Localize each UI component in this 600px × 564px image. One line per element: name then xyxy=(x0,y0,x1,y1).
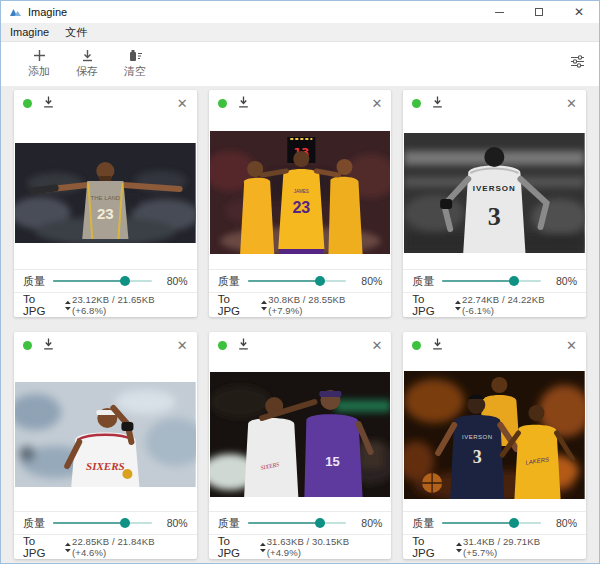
size-stats: 22.74KB / 24.22KB (-6.1%) xyxy=(462,294,577,316)
image-card-6: ✕ xyxy=(403,332,586,559)
card-grid: ✕ xyxy=(1,86,599,563)
format-select[interactable]: To JPG xyxy=(218,293,269,317)
clear-button[interactable]: 清空 xyxy=(111,47,159,79)
card-download-icon[interactable] xyxy=(43,336,54,354)
card-close-icon[interactable]: ✕ xyxy=(177,339,188,352)
slider-thumb[interactable] xyxy=(509,276,519,286)
quality-label: 质量 xyxy=(218,516,240,531)
photo-iverson-carter: SIXERS 15 xyxy=(210,372,391,497)
image-preview: IVERSON 3 LAKERS xyxy=(403,358,586,511)
clear-label: 清空 xyxy=(124,64,146,79)
card-header: ✕ xyxy=(14,332,197,358)
card-download-icon[interactable] xyxy=(238,336,249,354)
download-icon xyxy=(81,47,94,62)
card-close-icon[interactable]: ✕ xyxy=(371,339,382,352)
add-label: 添加 xyxy=(28,64,50,79)
settings-button[interactable] xyxy=(570,54,585,72)
format-select[interactable]: To JPG xyxy=(412,293,462,317)
card-footer: To JPG 31.4KB / 29.71KB (+5.7%) xyxy=(403,534,586,559)
quality-slider[interactable] xyxy=(442,275,541,287)
slider-thumb[interactable] xyxy=(315,276,325,286)
size-stats: 23.12KB / 21.65KB (+6.8%) xyxy=(72,294,188,316)
quality-slider[interactable] xyxy=(442,517,541,529)
card-footer: To JPG 23.12KB / 21.65KB (+6.8%) xyxy=(14,292,197,317)
maximize-button[interactable] xyxy=(519,1,559,23)
slider-thumb[interactable] xyxy=(120,518,130,528)
svg-text:JAMES: JAMES xyxy=(293,189,308,194)
quality-label: 质量 xyxy=(412,274,434,289)
quality-slider[interactable] xyxy=(53,275,152,287)
status-dot xyxy=(218,341,227,350)
card-header: ✕ xyxy=(209,332,392,358)
artwork-iverson-kobe: IVERSON 3 LAKERS xyxy=(404,371,585,499)
quality-row: 质量 80% xyxy=(209,511,392,534)
image-card-4: ✕ xyxy=(14,332,197,559)
card-close-icon[interactable]: ✕ xyxy=(177,97,188,110)
minimize-button[interactable] xyxy=(479,1,519,23)
plus-icon xyxy=(33,47,46,62)
updown-arrows-icon xyxy=(259,542,267,553)
svg-text:23: 23 xyxy=(97,205,114,222)
card-close-icon[interactable]: ✕ xyxy=(566,97,577,110)
quality-slider[interactable] xyxy=(248,275,347,287)
card-footer: To JPG 30.8KB / 28.55KB (+7.9%) xyxy=(209,292,392,317)
menu-imagine[interactable]: Imagine xyxy=(10,26,49,38)
format-select[interactable]: To JPG xyxy=(23,293,72,317)
svg-text:IVERSON: IVERSON xyxy=(473,184,516,193)
svg-text:IVERSON: IVERSON xyxy=(462,434,493,440)
svg-text:3: 3 xyxy=(488,202,501,231)
svg-text:23: 23 xyxy=(292,198,310,216)
quality-label: 质量 xyxy=(23,274,45,289)
image-preview: SIXERS 15 xyxy=(209,358,392,511)
updown-arrows-icon xyxy=(454,300,462,311)
window-controls: ✕ xyxy=(479,1,599,23)
card-footer: To JPG 31.63KB / 30.15KB (+4.9%) xyxy=(209,534,392,559)
updown-arrows-icon xyxy=(64,300,72,311)
card-download-icon[interactable] xyxy=(432,94,443,112)
format-select[interactable]: To JPG xyxy=(412,535,463,559)
menu-file[interactable]: 文件 xyxy=(65,25,87,40)
status-dot xyxy=(23,341,32,350)
card-header: ✕ xyxy=(209,90,392,116)
quality-value: 80% xyxy=(160,275,188,287)
status-dot xyxy=(412,99,421,108)
app-window: Imagine ✕ Imagine 文件 添加 保存 清空 xyxy=(0,0,600,564)
card-download-icon[interactable] xyxy=(238,94,249,112)
close-button[interactable]: ✕ xyxy=(559,1,599,23)
image-preview: 13 JAMES 23 xyxy=(209,116,392,269)
card-close-icon[interactable]: ✕ xyxy=(371,97,382,110)
size-stats: 30.8KB / 28.55KB (+7.9%) xyxy=(268,294,382,316)
window-title: Imagine xyxy=(28,6,67,18)
svg-text:3: 3 xyxy=(473,447,482,467)
menubar: Imagine 文件 xyxy=(1,23,599,42)
image-preview: IVERSON 3 xyxy=(403,116,586,269)
photo-lebron-the-land: THE LAND 23 xyxy=(15,143,196,243)
save-button[interactable]: 保存 xyxy=(63,47,111,79)
svg-text:THE LAND: THE LAND xyxy=(90,195,120,201)
format-select[interactable]: To JPG xyxy=(218,535,267,559)
image-preview: SIXERS xyxy=(14,358,197,511)
format-select[interactable]: To JPG xyxy=(23,535,72,559)
slider-thumb[interactable] xyxy=(509,518,519,528)
image-preview: THE LAND 23 xyxy=(14,116,197,269)
size-stats: 22.85KB / 21.84KB (+4.6%) xyxy=(72,536,188,558)
slider-thumb[interactable] xyxy=(315,518,325,528)
card-close-icon[interactable]: ✕ xyxy=(566,339,577,352)
save-label: 保存 xyxy=(76,64,98,79)
slider-thumb[interactable] xyxy=(120,276,130,286)
status-dot xyxy=(412,341,421,350)
delete-sweep-icon xyxy=(128,47,143,62)
quality-value: 80% xyxy=(354,517,382,529)
card-download-icon[interactable] xyxy=(43,94,54,112)
photo-lakers-huddle: 13 JAMES 23 xyxy=(210,131,391,254)
updown-arrows-icon xyxy=(260,300,268,311)
card-download-icon[interactable] xyxy=(432,336,443,354)
tune-sliders-icon xyxy=(570,54,585,72)
updown-arrows-icon xyxy=(455,542,463,553)
quality-slider[interactable] xyxy=(248,517,347,529)
quality-label: 质量 xyxy=(218,274,240,289)
add-button[interactable]: 添加 xyxy=(15,47,63,79)
photo-iverson-sixers: SIXERS xyxy=(15,382,196,487)
card-header: ✕ xyxy=(403,90,586,116)
quality-slider[interactable] xyxy=(53,517,152,529)
